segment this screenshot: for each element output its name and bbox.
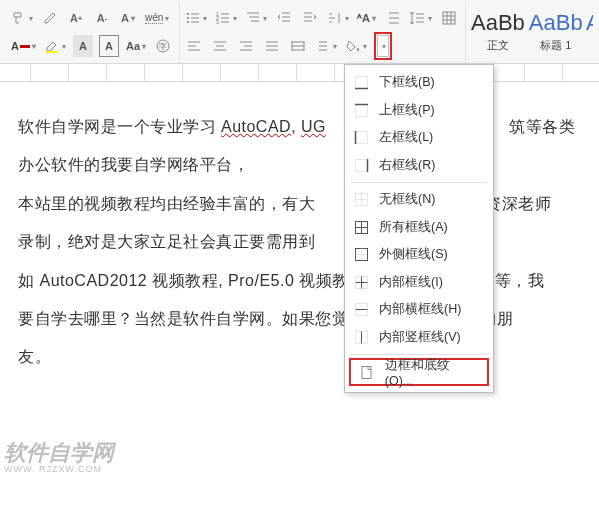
border-outside-icon <box>353 247 369 263</box>
enclose-characters-button[interactable]: 字 <box>153 35 173 57</box>
doc-paragraph: 要自学去哪里？当然是软件自学网。如果您觉得好，请分享给您的朋 <box>18 300 581 338</box>
borders-dropdown-button[interactable]: ▾ <box>377 35 389 57</box>
svg-point-5 <box>187 21 189 23</box>
svg-rect-35 <box>362 366 371 378</box>
border-top-icon <box>353 102 369 118</box>
menu-border-right[interactable]: 右框线(R) <box>345 152 493 180</box>
border-left-icon <box>353 130 369 146</box>
line-spacing-button[interactable] <box>383 7 403 29</box>
insert-table-button[interactable] <box>439 7 459 29</box>
menu-item-label: 左框线(L) <box>379 129 433 146</box>
menu-separator <box>351 354 487 355</box>
menu-border-all[interactable]: 所有框线(A) <box>345 214 493 242</box>
watermark: 软件自学网 WWW. RJZXW.COM <box>4 441 114 474</box>
border-inside-v-icon <box>353 329 369 345</box>
align-justify-button[interactable] <box>262 35 282 57</box>
svg-rect-0 <box>46 51 58 53</box>
menu-border-inside[interactable]: 内部框线(I) <box>345 269 493 297</box>
border-inside-icon <box>353 274 369 290</box>
paragraph-group: 123 ᴬA ▾ <box>180 2 466 63</box>
borders-button-highlight: ▾ <box>374 32 392 60</box>
style-label: 标题 1 <box>540 38 571 53</box>
menu-border-none[interactable]: 无框线(N) <box>345 186 493 214</box>
distribute-button[interactable] <box>409 7 433 29</box>
horizontal-ruler[interactable] <box>0 64 599 82</box>
menu-border-top[interactable]: 上框线(P) <box>345 97 493 125</box>
font-color-button[interactable]: A <box>10 35 37 57</box>
document-page[interactable]: 软件自学网是一个专业学习 AutoCAD, UG 筑等各类 办公软件的我要自学网… <box>18 108 581 377</box>
menu-item-label: 内部横框线(H) <box>379 301 461 318</box>
svg-text:字: 字 <box>159 42 167 51</box>
menu-separator <box>351 182 487 183</box>
svg-rect-17 <box>355 159 367 171</box>
style-heading1[interactable]: AaBb 标题 1 <box>528 4 584 60</box>
svg-point-4 <box>187 17 189 19</box>
text-direction-button[interactable]: ᴬA <box>356 7 377 29</box>
page-icon <box>359 364 375 380</box>
menu-item-label: 外侧框线(S) <box>379 246 448 263</box>
superscript-button[interactable]: A <box>118 7 138 29</box>
style-sample: AaBb <box>529 12 583 34</box>
svg-rect-13 <box>355 104 367 116</box>
svg-rect-15 <box>355 132 367 144</box>
tab-stops-button[interactable] <box>326 7 350 29</box>
doc-paragraph: 软件自学网是一个专业学习 AutoCAD, UG 筑等各类 <box>18 108 581 146</box>
menu-border-left[interactable]: 左框线(L) <box>345 124 493 152</box>
menu-border-bottom[interactable]: 下框线(B) <box>345 69 493 97</box>
menu-item-label: 上框线(P) <box>379 102 435 119</box>
decrease-indent-button[interactable] <box>274 7 294 29</box>
format-painter-button[interactable] <box>10 7 34 29</box>
border-inside-h-icon <box>353 302 369 318</box>
font-size-down-button[interactable]: A- <box>92 7 112 29</box>
ribbon-toolbar: A+ A- A wén A A A Aa 字 123 ᴬA <box>0 0 599 64</box>
align-left-button[interactable] <box>184 35 204 57</box>
menu-item-label: 内部竖框线(V) <box>379 329 461 346</box>
menu-item-label: 边框和底纹(O)... <box>385 357 477 388</box>
style-label: 正文 <box>487 38 509 53</box>
character-shading-button[interactable]: A <box>73 35 93 57</box>
doc-paragraph: 录制，绝对是大家立足社会真正要需用到 <box>18 223 581 261</box>
style-heading2[interactable]: AaBb( 标题 2 <box>586 4 593 60</box>
vertical-align-button[interactable] <box>314 35 338 57</box>
border-bottom-icon <box>353 75 369 91</box>
align-right-button[interactable] <box>236 35 256 57</box>
style-sample: AaBb <box>471 12 525 34</box>
menu-border-inside-h[interactable]: 内部横框线(H) <box>345 296 493 324</box>
svg-point-3 <box>187 13 189 15</box>
chevron-down-icon: ▾ <box>382 42 386 51</box>
letter-case-button[interactable]: Aa <box>125 35 147 57</box>
align-distributed-button[interactable] <box>288 35 308 57</box>
style-sample: AaBb( <box>586 12 593 34</box>
svg-rect-11 <box>355 77 367 89</box>
menu-borders-and-shading[interactable]: 边框和底纹(O)... <box>349 358 489 386</box>
doc-paragraph: 友。 <box>18 338 581 376</box>
doc-paragraph: 如 AutoCAD2012 视频教程, Pro/E5.0 视频教程, UG8.0… <box>18 262 581 300</box>
align-center-button[interactable] <box>210 35 230 57</box>
borders-menu: 下框线(B) 上框线(P) 左框线(L) 右框线(R) 无框线(N) 所有框线(… <box>344 64 494 393</box>
border-none-icon <box>353 192 369 208</box>
menu-item-label: 无框线(N) <box>379 191 435 208</box>
increase-indent-button[interactable] <box>300 7 320 29</box>
svg-text:3: 3 <box>216 19 219 25</box>
menu-item-label: 内部框线(I) <box>379 274 443 291</box>
fill-color-button[interactable] <box>344 35 368 57</box>
svg-rect-9 <box>443 12 455 24</box>
clear-format-button[interactable] <box>40 7 60 29</box>
numbering-button[interactable]: 123 <box>214 7 238 29</box>
doc-paragraph: 办公软件的我要自学网络平台， <box>18 146 581 184</box>
multilevel-list-button[interactable] <box>244 7 268 29</box>
bullets-button[interactable] <box>184 7 208 29</box>
menu-border-outside[interactable]: 外侧框线(S) <box>345 241 493 269</box>
style-normal[interactable]: AaBb 正文 <box>470 4 526 60</box>
highlight-color-button[interactable] <box>43 35 67 57</box>
phonetic-guide-button[interactable]: wén <box>144 7 170 29</box>
border-right-icon <box>353 157 369 173</box>
font-size-up-button[interactable]: A+ <box>66 7 86 29</box>
menu-border-inside-v[interactable]: 内部竖框线(V) <box>345 324 493 352</box>
font-group: A+ A- A wén A A A Aa 字 <box>6 2 180 63</box>
menu-item-label: 下框线(B) <box>379 74 435 91</box>
border-all-icon <box>353 219 369 235</box>
doc-paragraph: 本站里的视频教程均由经验丰富的，有大资深老师 <box>18 185 581 223</box>
styles-gallery: AaBb 正文 AaBb 标题 1 AaBb( 标题 2 <box>466 2 593 63</box>
character-border-button[interactable]: A <box>99 35 119 57</box>
